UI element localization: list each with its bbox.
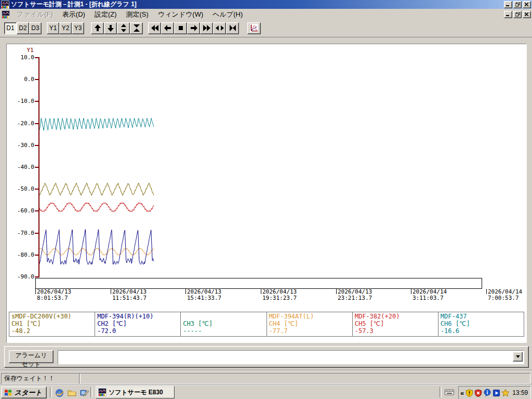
toolbar-fast-forward-button[interactable]	[200, 22, 213, 34]
compress-horizontal-icon	[229, 24, 237, 32]
legend-channel-name: MDF-437	[441, 313, 524, 320]
info-balloon-icon[interactable]	[483, 389, 491, 397]
media-player-icon[interactable]	[493, 389, 500, 397]
show-desktop-icon[interactable]	[79, 388, 89, 398]
toolbar-step-left-button[interactable]	[161, 22, 174, 34]
toolbar-arrow-up-button[interactable]	[91, 22, 104, 34]
toolbar-expand-vertical-button[interactable]	[117, 22, 130, 34]
toolbar-step-right-button[interactable]	[187, 22, 200, 34]
tray-chevron-icon[interactable]: «	[460, 389, 464, 397]
y-tick-mark	[35, 101, 39, 102]
y-tick-label: -70.0	[7, 230, 34, 236]
x-tick-mark	[336, 289, 337, 294]
ie-icon[interactable]	[54, 388, 64, 398]
y-tick-label: 10.0	[7, 54, 34, 61]
app-icon	[1, 1, 9, 9]
curve-ch2	[39, 230, 154, 264]
y-tick-label: 0.0	[7, 76, 34, 83]
minimize-icon	[506, 12, 510, 16]
step-right-icon	[190, 24, 198, 32]
taskbar-task-button[interactable]: ソフトサーモ E830	[96, 386, 175, 398]
legend-channel-value: -----	[183, 327, 266, 335]
close-icon	[525, 3, 529, 6]
legend-channel-label: CH3 [℃]	[183, 320, 266, 327]
app-chart-icon	[2, 10, 10, 19]
toolbar-compress-horizontal-button[interactable]	[226, 22, 239, 34]
toolbar-gap	[143, 28, 148, 29]
x-tick-label: 2026/04/13 8:01:53.7	[37, 289, 71, 301]
mdi-minimize-button[interactable]	[504, 11, 512, 18]
fast-forward-icon	[203, 24, 211, 32]
y-tick-label: -30.0	[7, 142, 34, 149]
step-left-icon	[164, 24, 172, 32]
mdi-close-button[interactable]	[523, 11, 531, 18]
menu-item-4[interactable]: ウィンドウ(W)	[153, 9, 208, 20]
y-tick-label: -60.0	[7, 207, 34, 214]
y-tick-label: -20.0	[7, 120, 34, 127]
app-icon	[98, 388, 107, 396]
x-tick-label: 2026/04/13 11:51:43.7	[112, 289, 147, 301]
combo-dropdown-button[interactable]	[513, 352, 523, 362]
minimize-button[interactable]	[504, 1, 512, 8]
y-tick-mark	[35, 57, 39, 58]
close-button[interactable]	[523, 1, 531, 8]
y-tick-mark	[35, 123, 39, 124]
legend-channel-name: MDF-382(+20)	[355, 313, 438, 320]
expand-horizontal-icon	[216, 24, 224, 32]
toolbar-gap	[84, 28, 91, 29]
menu-item-1[interactable]: 表示(D)	[58, 9, 90, 20]
windows-flag-icon	[4, 389, 13, 397]
legend-channel-name: sMDF-DC200V(+30)	[11, 313, 95, 320]
dropdown-arrow-icon	[516, 355, 520, 358]
y-tick-mark	[35, 189, 39, 190]
menu-item-5[interactable]: ヘルプ(H)	[208, 9, 247, 20]
security-warning-shield-icon[interactable]	[466, 389, 473, 397]
alarm-reset-button[interactable]: アラームリセット	[9, 350, 54, 363]
menu-item-0[interactable]: ファイル(F)	[12, 9, 58, 20]
stop-icon	[177, 24, 185, 32]
keyboard-tray-button[interactable]	[443, 387, 456, 397]
task-label: ソフトサーモ E830	[109, 388, 163, 397]
start-button[interactable]: スタート	[1, 387, 47, 398]
start-label: スタート	[15, 388, 42, 397]
toolbar-graph-settings-button[interactable]	[247, 22, 261, 34]
title-bar: ソフトサーモ計測－計測1 - [折れ線グラフ 1]	[0, 0, 532, 9]
taskbar: スタート ソフトサーモ E830 « 13:59	[0, 384, 532, 399]
star-icon[interactable]	[501, 389, 510, 397]
restore-button[interactable]	[513, 1, 522, 8]
toolbar-y3-button[interactable]: Y3	[72, 22, 84, 34]
toolbar-y1-button[interactable]: Y1	[47, 22, 59, 34]
folder-icon[interactable]	[66, 388, 77, 398]
toolbar-expand-horizontal-button[interactable]	[213, 22, 226, 34]
toolbar-d3-button[interactable]: D3	[29, 22, 42, 34]
x-tick-mark	[486, 289, 487, 294]
mdi-restore-button[interactable]	[513, 11, 522, 18]
window-controls	[504, 1, 531, 8]
legend-channel-value: -57.3	[355, 327, 438, 335]
toolbar-d1-button[interactable]: D1	[4, 22, 17, 34]
toolbar-compress-vertical-button[interactable]	[130, 22, 143, 34]
taskbar-clock[interactable]: 13:59	[512, 389, 528, 396]
toolbar-y2-button[interactable]: Y2	[59, 22, 72, 34]
taskbar-separator	[50, 387, 52, 397]
security-alert-shield-icon[interactable]	[474, 389, 482, 397]
toolbar-arrow-down-button[interactable]	[104, 22, 117, 34]
menu-item-2[interactable]: 設定(Z)	[90, 9, 122, 20]
legend-cell-ch3: CH3 [℃]-----	[181, 312, 267, 336]
x-tick-label: 2026/04/13 23:21:13.7	[338, 289, 372, 301]
toolbar-d2-button[interactable]: D2	[17, 22, 29, 34]
toolbar-stop-button[interactable]	[174, 22, 187, 34]
alarm-combo-input[interactable]	[59, 352, 512, 363]
alarm-panel: アラームリセット	[4, 346, 529, 368]
y-tick-mark	[35, 210, 39, 211]
menu-item-3[interactable]: 測定(S)	[121, 9, 153, 20]
x-tick-label: 2026/04/13 15:41:33.7	[187, 289, 221, 301]
y-axis-title: Y1	[22, 47, 38, 54]
legend-channel-label: CH6 [℃]	[441, 320, 524, 327]
close-icon	[525, 12, 529, 16]
x-tick-label: 2026/04/14 7:00:53.7	[488, 289, 522, 301]
legend-cell-ch1: sMDF-DC200V(+30)CH1 [℃]-48.2	[9, 312, 95, 336]
toolbar-fast-rewind-button[interactable]	[148, 22, 161, 34]
curve-ch6	[39, 118, 154, 130]
alarm-combo-box[interactable]	[58, 350, 524, 364]
